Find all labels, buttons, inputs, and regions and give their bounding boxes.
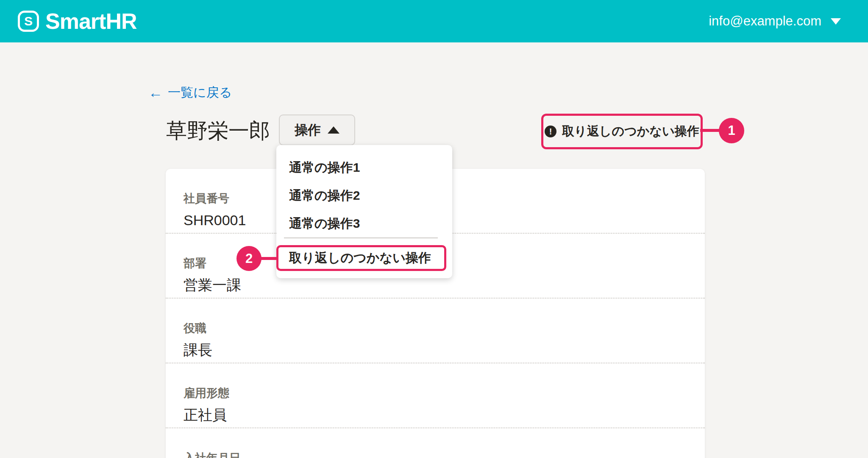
chevron-up-icon [328, 126, 339, 134]
annotation-marker-1: 1 [719, 118, 744, 143]
caution-label: 取り返しのつかない操作 [562, 123, 699, 140]
operations-dropdown-button[interactable]: 操作 [279, 114, 355, 145]
dropdown-menu-item-irreversible[interactable]: 取り返しのつかない操作 [276, 238, 452, 277]
profile-field-row: 入社年月日 [166, 428, 705, 458]
account-menu[interactable]: info@example.com [709, 14, 841, 29]
dropdown-normal-items: 通常の操作1 通常の操作2 通常の操作3 [276, 154, 452, 237]
field-value: 正社員 [184, 407, 705, 423]
chevron-down-icon [831, 18, 841, 25]
back-link-label: 一覧に戻る [168, 85, 232, 100]
field-label: 入社年月日 [184, 452, 705, 458]
smarthr-logo-icon: S [18, 11, 39, 32]
field-label: 役職 [184, 322, 705, 335]
profile-field-row: 役職 課長 [166, 299, 705, 363]
field-value: 課長 [184, 342, 705, 358]
account-email: info@example.com [709, 14, 821, 29]
dropdown-menu-item[interactable]: 通常の操作3 [276, 209, 452, 237]
dropdown-menu-item[interactable]: 通常の操作2 [276, 182, 452, 209]
logo-letter: S [24, 15, 33, 28]
field-value: 営業一課 [184, 277, 705, 293]
irreversible-operation-caution: ! 取り返しのつかない操作 [541, 114, 703, 149]
arrow-left-icon: ← [148, 85, 163, 100]
field-label: 雇用形態 [184, 387, 705, 400]
app-header: S SmartHR info@example.com [0, 0, 868, 42]
back-to-list-link[interactable]: ← 一覧に戻る [148, 85, 232, 100]
page-title: 草野栄一郎 [166, 117, 270, 145]
operations-button-label: 操作 [295, 121, 321, 139]
brand-name: SmartHR [45, 8, 137, 34]
smarthr-employee-detail-page: S SmartHR info@example.com ← 一覧に戻る 草野栄一郎… [0, 0, 868, 458]
dropdown-menu-item[interactable]: 通常の操作1 [276, 154, 452, 182]
annotation-connector-1 [700, 129, 721, 132]
profile-field-row: 雇用形態 正社員 [166, 363, 705, 428]
operations-dropdown-menu: 通常の操作1 通常の操作2 通常の操作3 取り返しのつかない操作 [276, 145, 452, 278]
smarthr-logo: S SmartHR [18, 8, 137, 34]
exclamation-icon: ! [545, 126, 556, 137]
